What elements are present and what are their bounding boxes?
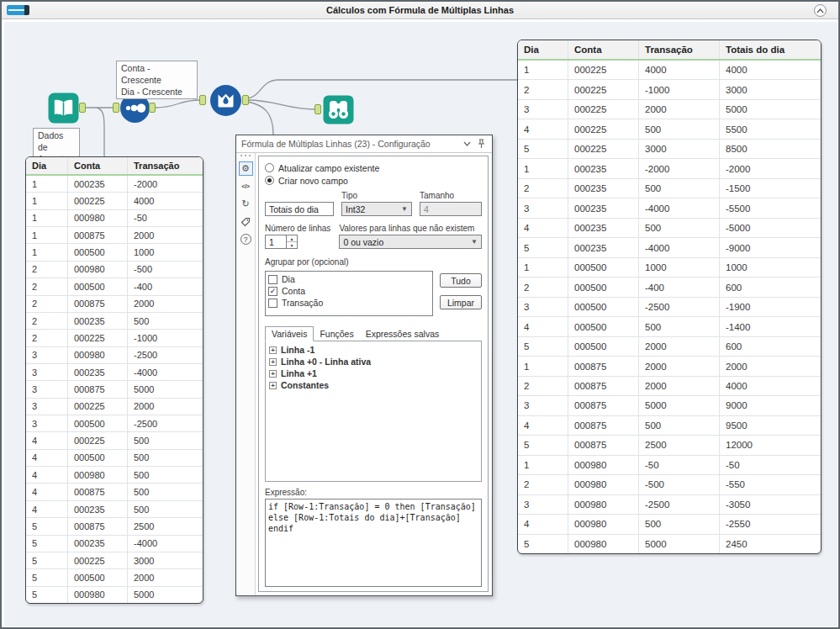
table-cell: 1 <box>26 176 68 192</box>
chevron-down-icon[interactable] <box>460 137 473 151</box>
expand-plus-icon[interactable]: + <box>269 370 277 378</box>
tab-variáveis[interactable]: Variáveis <box>265 326 314 341</box>
table-row: 2000980-500-550 <box>518 475 821 494</box>
tree-item[interactable]: +Linha +1 <box>269 367 478 379</box>
table-cell: 4 <box>26 467 68 483</box>
input-data-table[interactable]: DiaContaTransação 1000235-20001000225400… <box>25 156 203 604</box>
pin-icon[interactable] <box>473 137 487 151</box>
formula-output-anchor[interactable] <box>242 95 249 105</box>
table-cell: -4000 <box>128 364 203 380</box>
help-icon[interactable]: ? <box>239 232 253 246</box>
group-by-item-dia[interactable]: Dia <box>268 273 430 285</box>
table-cell: 3000 <box>720 80 821 98</box>
table-cell: 2000 <box>639 377 720 395</box>
table-cell: 000235 <box>68 501 128 517</box>
expand-plus-icon[interactable]: + <box>269 358 277 366</box>
table-cell: 000980 <box>568 456 639 474</box>
stepper-arrows[interactable]: ▲▼ <box>287 235 298 249</box>
checkbox-label: Conta <box>282 286 305 296</box>
text-input-tool[interactable] <box>48 92 79 127</box>
grip-dots[interactable] <box>240 155 251 158</box>
table-row: 4000500500-1400 <box>518 317 821 336</box>
table-cell: 500 <box>128 484 203 500</box>
table-cell: 500 <box>128 467 203 483</box>
group-by-listbox[interactable]: Dia✓ContaTransação <box>265 271 433 316</box>
table-cell: -2000 <box>128 176 203 192</box>
table-row: 2000980-500 <box>26 262 203 278</box>
table-cell: 000235 <box>568 219 639 237</box>
table-cell: -1000 <box>639 80 720 98</box>
table-header-row: DiaContaTransação <box>26 157 203 176</box>
multi-row-formula-tool[interactable] <box>210 85 241 119</box>
tree-item[interactable]: +Constantes <box>269 379 478 391</box>
table-cell: 5000 <box>639 396 720 415</box>
book-icon <box>48 92 79 124</box>
table-cell: -4000 <box>639 238 720 256</box>
table-cell: 000980 <box>568 515 639 533</box>
table-cell: 4 <box>518 119 568 138</box>
config-title-bar[interactable]: Fórmula de Múltiplas Linhas (23) - Confi… <box>236 135 492 153</box>
browse-input-anchor[interactable] <box>314 104 321 114</box>
workflow-canvas[interactable]: Dados de Amostra Conta - Crescente Dia -… <box>4 22 837 626</box>
table-row: 4000500500 <box>26 450 203 467</box>
configuration-tab-icon[interactable]: ⚙ <box>239 161 253 176</box>
variables-tree[interactable]: +Linha -1+Linha +0 - Linha ativa+Linha +… <box>265 341 482 482</box>
tree-item-label: Linha +0 - Linha ativa <box>281 357 371 367</box>
table-cell: -3050 <box>720 495 821 514</box>
tag-tab-icon[interactable] <box>239 214 253 229</box>
collapse-button[interactable] <box>814 4 827 17</box>
table-cell: -2550 <box>720 515 821 533</box>
table-cell: 3 <box>518 495 568 514</box>
expression-editor[interactable]: if [Row-1:Transação] = 0 then [Transação… <box>265 499 482 587</box>
radio-create-new[interactable]: Criar novo campo <box>265 174 482 187</box>
sort-annotation[interactable]: Conta - Crescente Dia - Crescente <box>116 61 198 99</box>
column-header: Dia <box>518 40 568 59</box>
radio-update-existing[interactable]: Atualizar campo existente <box>265 161 482 174</box>
output-data-table[interactable]: DiaContaTransaçãoTotais do dia 100022540… <box>517 40 822 554</box>
code-tab-icon[interactable]: </> <box>239 179 253 193</box>
window-title-bar[interactable]: Cálculos com Fórmula de Múltiplas Linhas <box>2 2 838 19</box>
table-cell: 000500 <box>68 244 128 260</box>
binoculars-icon <box>323 95 354 124</box>
expand-plus-icon[interactable]: + <box>269 382 277 389</box>
expand-plus-icon[interactable]: + <box>269 346 277 354</box>
table-cell: 2 <box>518 377 568 395</box>
tree-item[interactable]: +Linha +0 - Linha ativa <box>269 356 478 367</box>
new-field-name-input[interactable]: Totais do dia <box>265 202 334 216</box>
tree-item[interactable]: +Linha -1 <box>269 344 478 356</box>
size-input: 4 <box>420 202 482 216</box>
num-rows-stepper[interactable]: 1 ▲▼ <box>265 235 330 249</box>
missing-values-select[interactable]: 0 ou vazio▼ <box>339 235 482 249</box>
refresh-tab-icon[interactable]: ↻ <box>239 197 253 211</box>
table-cell: 1 <box>26 227 68 243</box>
table-cell: 2 <box>26 262 68 278</box>
tab-funções[interactable]: Funções <box>314 327 359 341</box>
tab-expressões-salvas[interactable]: Expressões salvas <box>360 327 446 341</box>
table-row: 1000235-2000 <box>26 176 203 193</box>
table-cell: 4 <box>518 219 568 237</box>
formula-input-anchor[interactable] <box>199 95 206 105</box>
chevron-down-icon: ▼ <box>401 205 408 213</box>
type-select[interactable]: Int32▼ <box>341 202 412 216</box>
checkbox-icon[interactable] <box>268 275 277 284</box>
checkbox-icon[interactable]: ✓ <box>268 287 277 296</box>
table-cell: 000225 <box>68 330 128 346</box>
table-cell: 2500 <box>128 518 203 534</box>
config-sidebar: ⚙ </> ↻ ? <box>236 153 256 595</box>
browse-tool[interactable] <box>323 95 354 128</box>
select-all-button[interactable]: Tudo <box>440 273 482 288</box>
table-cell: 500 <box>128 432 203 448</box>
clear-button[interactable]: Limpar <box>440 295 482 309</box>
sort-input-anchor[interactable] <box>113 103 119 113</box>
workflow-tab-icon[interactable] <box>7 5 29 15</box>
text-input-output-anchor[interactable] <box>79 103 86 113</box>
checkbox-icon[interactable] <box>268 299 277 308</box>
sort-output-anchor[interactable] <box>149 103 156 113</box>
table-cell: 4 <box>26 484 68 500</box>
table-cell: -1500 <box>720 179 821 198</box>
group-by-item-conta[interactable]: ✓Conta <box>268 285 430 297</box>
table-cell: -2500 <box>639 495 720 514</box>
table-cell: 2500 <box>639 436 720 454</box>
table-cell: 2 <box>26 313 68 329</box>
group-by-item-transação[interactable]: Transação <box>268 297 430 309</box>
